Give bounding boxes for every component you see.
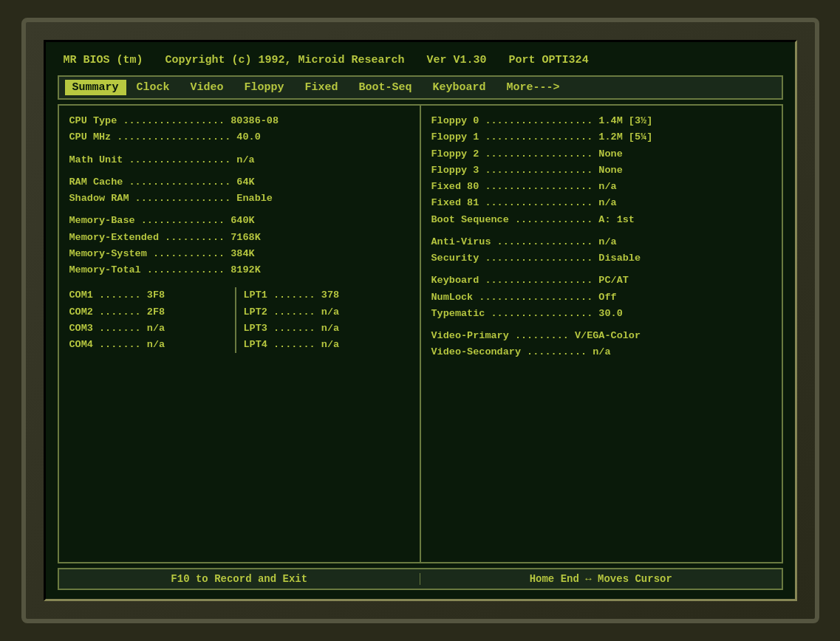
header-bar: MR BIOS (tm) Copyright (c) 1992, Microid… xyxy=(58,51,783,69)
com-lpt-section: COM1 ....... 3F8 COM2 ....... 2F8 COM3 .… xyxy=(69,287,409,353)
boot-seq-row: Boot Sequence ............. A: 1st xyxy=(431,212,771,228)
copyright: Copyright (c) 1992, Microid Research xyxy=(165,54,405,66)
fixed80-row: Fixed 80 .................. n/a xyxy=(431,179,771,195)
ram-cache-row: RAM Cache ................. 64K xyxy=(69,174,409,191)
tab-fixed[interactable]: Fixed xyxy=(295,80,349,95)
keyboard-row: Keyboard .................. PC/AT xyxy=(431,272,771,289)
com4-row: COM4 ....... n/a xyxy=(69,337,235,353)
security-row: Security .................. Disable xyxy=(431,250,771,267)
left-panel: CPU Type ................. 80386-08 CPU … xyxy=(59,106,421,562)
monitor-outer: MR BIOS (tm) Copyright (c) 1992, Microid… xyxy=(21,18,819,623)
video-primary-row: Video-Primary ......... V/EGA-Color xyxy=(431,328,771,344)
lpt1-row: LPT1 ....... 378 xyxy=(244,287,409,304)
com2-row: COM2 ....... 2F8 xyxy=(69,304,235,320)
footer-right: Home End ↔ Moves Cursor xyxy=(420,573,782,585)
antivirus-row: Anti-Virus ................ n/a xyxy=(431,234,771,250)
math-unit-row: Math Unit ................. n/a xyxy=(69,152,409,168)
typematic-row: Typematic ................. 30.0 xyxy=(431,306,771,322)
lpt-column: LPT1 ....... 378 LPT2 ....... n/a LPT3 .… xyxy=(235,287,409,353)
floppy1-row: Floppy 1 .................. 1.2M [5¼] xyxy=(431,129,771,145)
tab-keyboard[interactable]: Keyboard xyxy=(423,80,496,95)
shadow-ram-row: Shadow RAM ................ Enable xyxy=(69,191,409,207)
main-content: CPU Type ................. 80386-08 CPU … xyxy=(58,104,783,563)
floppy3-row: Floppy 3 .................. None xyxy=(431,162,771,179)
floppy2-row: Floppy 2 .................. None xyxy=(431,146,771,162)
lpt3-row: LPT3 ....... n/a xyxy=(244,320,409,337)
com3-row: COM3 ....... n/a xyxy=(69,320,235,337)
tab-clock[interactable]: Clock xyxy=(126,80,180,95)
nav-tabs: Summary Clock Video Floppy Fixed Boot-Se… xyxy=(58,75,783,100)
lpt4-row: LPT4 ....... n/a xyxy=(244,337,409,353)
right-panel: Floppy 0 .................. 1.4M [3½] Fl… xyxy=(421,106,782,562)
fixed81-row: Fixed 81 .................. n/a xyxy=(431,195,771,211)
memory-system-row: Memory-System ............ 384K xyxy=(69,246,409,262)
com1-row: COM1 ....... 3F8 xyxy=(69,287,235,304)
footer-left: F10 to Record and Exit xyxy=(59,573,421,585)
tab-more[interactable]: More---> xyxy=(496,80,570,95)
lpt2-row: LPT2 ....... n/a xyxy=(244,304,409,320)
memory-total-row: Memory-Total ............. 8192K xyxy=(69,262,409,278)
footer-bar: F10 to Record and Exit Home End ↔ Moves … xyxy=(58,568,783,590)
video-secondary-row: Video-Secondary .......... n/a xyxy=(431,344,771,360)
tab-video[interactable]: Video xyxy=(180,80,234,95)
cpu-type-row: CPU Type ................. 80386-08 xyxy=(69,113,409,129)
version: Ver V1.30 xyxy=(427,54,487,66)
numlock-row: NumLock ................... Off xyxy=(431,289,771,306)
port: Port OPTI324 xyxy=(509,54,589,66)
screen: MR BIOS (tm) Copyright (c) 1992, Microid… xyxy=(44,40,797,601)
floppy0-row: Floppy 0 .................. 1.4M [3½] xyxy=(431,113,771,129)
tab-floppy[interactable]: Floppy xyxy=(234,80,295,95)
memory-extended-row: Memory-Extended .......... 7168K xyxy=(69,230,409,246)
tab-summary[interactable]: Summary xyxy=(65,80,126,95)
com-column: COM1 ....... 3F8 COM2 ....... 2F8 COM3 .… xyxy=(69,287,235,353)
tab-boot-seq[interactable]: Boot-Seq xyxy=(349,80,423,95)
cpu-mhz-row: CPU MHz ................... 40.0 xyxy=(69,129,409,145)
bios-name: MR BIOS (tm) xyxy=(64,54,143,66)
memory-base-row: Memory-Base .............. 640K xyxy=(69,213,409,229)
